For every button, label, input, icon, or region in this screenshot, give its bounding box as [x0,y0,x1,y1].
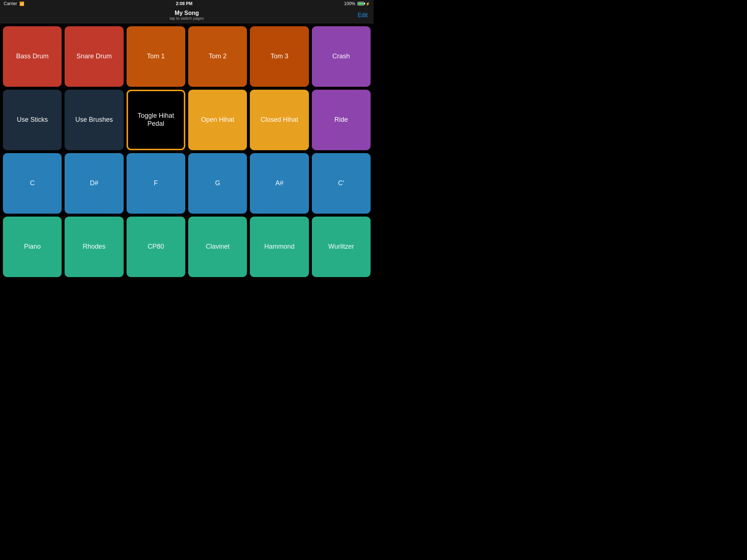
pad-closed-hihat[interactable]: Closed Hihat [250,90,309,150]
pad-asharp-note[interactable]: A# [250,153,309,214]
charge-icon: ⚡ [365,2,370,6]
pad-ride[interactable]: Ride [312,90,371,150]
pad-cprime-note[interactable]: C' [312,153,371,214]
pad-grid: Bass DrumSnare DrumTom 1Tom 2Tom 3CrashU… [0,23,374,280]
pad-snare-drum[interactable]: Snare Drum [65,26,123,87]
pad-tom-2[interactable]: Tom 2 [188,26,247,87]
status-right: 100% ⚡ [344,1,370,6]
wifi-icon: 📶 [19,1,24,6]
pad-c-note[interactable]: C [3,153,62,214]
pad-hammond[interactable]: Hammond [250,217,309,277]
song-title: My Song [170,10,204,16]
pad-piano[interactable]: Piano [3,217,62,277]
pad-dsharp-note[interactable]: D# [65,153,123,214]
nav-bar: My Song tap to switch pages Edit [0,7,374,23]
battery-icon [357,2,364,5]
pad-cp80[interactable]: CP80 [127,217,185,277]
pad-use-sticks[interactable]: Use Sticks [3,90,62,150]
status-left: Carrier 📶 [4,1,24,6]
battery-percent: 100% [344,1,355,6]
pad-crash[interactable]: Crash [312,26,371,87]
time-label: 2:08 PM [176,1,192,6]
nav-title[interactable]: My Song tap to switch pages [170,10,204,21]
status-bar: Carrier 📶 2:08 PM 100% ⚡ [0,0,374,7]
carrier-label: Carrier [4,1,17,6]
pad-rhodes[interactable]: Rhodes [65,217,123,277]
nav-subtitle: tap to switch pages [170,16,204,20]
pad-use-brushes[interactable]: Use Brushes [65,90,123,150]
pad-g-note[interactable]: G [188,153,247,214]
pad-tom-3[interactable]: Tom 3 [250,26,309,87]
pad-f-note[interactable]: F [127,153,185,214]
pad-toggle-hihat[interactable]: Toggle Hihat Pedal [127,90,185,150]
pad-bass-drum[interactable]: Bass Drum [3,26,62,87]
pad-open-hihat[interactable]: Open Hihat [188,90,247,150]
pad-tom-1[interactable]: Tom 1 [127,26,185,87]
pad-clavinet[interactable]: Clavinet [188,217,247,277]
edit-button[interactable]: Edit [357,12,368,19]
pad-wurlitzer[interactable]: Wurlitzer [312,217,371,277]
